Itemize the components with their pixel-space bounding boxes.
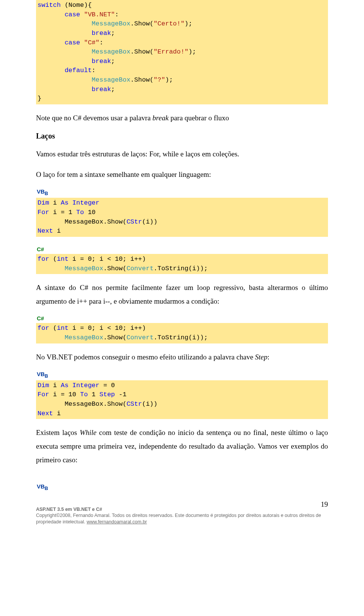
- footer-title: ASP.NET 3.5 em VB.NET e C#: [36, 507, 102, 512]
- footer: 19 ASP.NET 3.5 em VB.NET e C# Copyright©…: [36, 506, 328, 526]
- page-number: 19: [321, 499, 328, 509]
- code-block-csharp-for: for (int i = 0; i < 10; i++) MessageBox.…: [36, 254, 328, 274]
- code-block-switch: switch (Nome){ case "VB.NET": MessageBox…: [36, 0, 328, 104]
- paragraph-for-intro: O laço for tem a sintaxe semelhante em q…: [36, 168, 328, 181]
- vb-icon: VBB: [36, 371, 328, 379]
- footer-link[interactable]: www.fernandoamaral.com.br: [86, 519, 147, 525]
- paragraph-while: Existem laços While com teste de condiçã…: [36, 426, 328, 467]
- csharp-icon: C#: [36, 246, 328, 252]
- csharp-icon: C#: [36, 315, 328, 321]
- code-block-vb-step: Dim i As Integer = 0 For i = 10 To 1 Ste…: [36, 380, 328, 419]
- paragraph-regressivo: A sintaxe do C# nos permite facilmente f…: [36, 281, 328, 308]
- paragraph-estruturas: Vamos estudar três estruturas de laços: …: [36, 147, 328, 161]
- paragraph-step: No VB.NET podemos conseguir o mesmo efei…: [36, 350, 328, 364]
- code-block-vb-for: Dim i As Integer For i = 1 To 10 Message…: [36, 198, 328, 237]
- vb-icon: VBB: [36, 483, 328, 491]
- paragraph-break-note: Note que no C# devemos usar a palavra br…: [36, 111, 328, 125]
- heading-lacos: Laços: [36, 132, 328, 140]
- vb-icon: VBB: [36, 188, 328, 196]
- code-block-csharp-for-2: for (int i = 0; i < 10; i++) MessageBox.…: [36, 323, 328, 343]
- footer-copyright: Copyright©2008, Fernando Amaral. Todos o…: [36, 513, 321, 525]
